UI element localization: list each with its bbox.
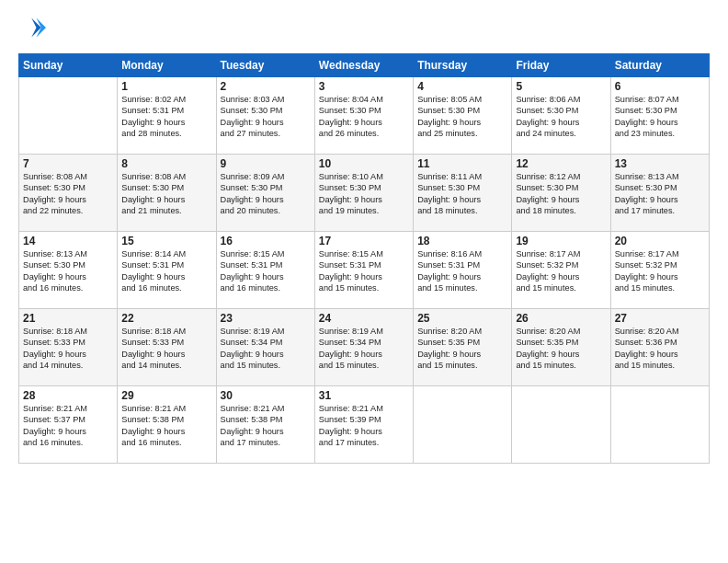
- calendar-week-2: 7Sunrise: 8:08 AM Sunset: 5:30 PM Daylig…: [19, 155, 710, 232]
- calendar-cell: [414, 386, 512, 464]
- day-number: 12: [516, 157, 606, 170]
- day-number: 3: [319, 80, 409, 93]
- calendar-cell: 24Sunrise: 8:19 AM Sunset: 5:34 PM Dayli…: [314, 309, 413, 386]
- day-info: Sunrise: 8:13 AM Sunset: 5:30 PM Dayligh…: [615, 171, 705, 217]
- day-info: Sunrise: 8:03 AM Sunset: 5:30 PM Dayligh…: [221, 94, 311, 140]
- day-number: 25: [417, 312, 507, 325]
- calendar-cell: 3Sunrise: 8:04 AM Sunset: 5:30 PM Daylig…: [314, 77, 413, 155]
- day-info: Sunrise: 8:08 AM Sunset: 5:30 PM Dayligh…: [121, 171, 211, 217]
- day-number: 2: [221, 80, 311, 93]
- header: [18, 15, 710, 44]
- calendar: SundayMondayTuesdayWednesdayThursdayFrid…: [18, 53, 710, 464]
- day-info: Sunrise: 8:12 AM Sunset: 5:30 PM Dayligh…: [516, 171, 606, 217]
- day-number: 22: [121, 312, 211, 325]
- calendar-cell: 20Sunrise: 8:17 AM Sunset: 5:32 PM Dayli…: [610, 232, 709, 309]
- calendar-cell: 18Sunrise: 8:16 AM Sunset: 5:31 PM Dayli…: [414, 232, 512, 309]
- calendar-cell: [512, 386, 610, 464]
- day-number: 10: [319, 157, 409, 170]
- day-number: 6: [615, 80, 705, 93]
- day-number: 30: [221, 389, 311, 402]
- logo: [18, 15, 50, 44]
- day-number: 8: [121, 157, 211, 170]
- day-info: Sunrise: 8:20 AM Sunset: 5:35 PM Dayligh…: [417, 326, 507, 372]
- col-header-monday: Monday: [118, 54, 216, 77]
- day-info: Sunrise: 8:10 AM Sunset: 5:30 PM Dayligh…: [319, 171, 409, 217]
- calendar-cell: 12Sunrise: 8:12 AM Sunset: 5:30 PM Dayli…: [512, 155, 610, 232]
- day-info: Sunrise: 8:02 AM Sunset: 5:31 PM Dayligh…: [121, 94, 211, 140]
- calendar-cell: 2Sunrise: 8:03 AM Sunset: 5:30 PM Daylig…: [216, 77, 314, 155]
- day-info: Sunrise: 8:17 AM Sunset: 5:32 PM Dayligh…: [516, 248, 606, 294]
- calendar-cell: 21Sunrise: 8:18 AM Sunset: 5:33 PM Dayli…: [19, 309, 118, 386]
- calendar-cell: 16Sunrise: 8:15 AM Sunset: 5:31 PM Dayli…: [216, 232, 314, 309]
- page: SundayMondayTuesdayWednesdayThursdayFrid…: [0, 0, 728, 563]
- col-header-sunday: Sunday: [19, 54, 118, 77]
- logo-icon: [20, 15, 46, 40]
- calendar-cell: 19Sunrise: 8:17 AM Sunset: 5:32 PM Dayli…: [512, 232, 610, 309]
- calendar-cell: 22Sunrise: 8:18 AM Sunset: 5:33 PM Dayli…: [118, 309, 216, 386]
- day-number: 14: [23, 235, 113, 247]
- calendar-header-row: SundayMondayTuesdayWednesdayThursdayFrid…: [19, 54, 710, 77]
- day-info: Sunrise: 8:16 AM Sunset: 5:31 PM Dayligh…: [417, 248, 507, 294]
- day-number: 31: [319, 389, 409, 402]
- day-info: Sunrise: 8:18 AM Sunset: 5:33 PM Dayligh…: [121, 326, 211, 372]
- col-header-friday: Friday: [512, 54, 610, 77]
- calendar-cell: [610, 386, 709, 464]
- calendar-cell: 17Sunrise: 8:15 AM Sunset: 5:31 PM Dayli…: [314, 232, 413, 309]
- day-info: Sunrise: 8:07 AM Sunset: 5:30 PM Dayligh…: [615, 94, 705, 140]
- day-info: Sunrise: 8:20 AM Sunset: 5:35 PM Dayligh…: [516, 326, 606, 372]
- svg-marker-1: [31, 18, 41, 38]
- day-number: 18: [417, 235, 507, 247]
- day-number: 13: [615, 157, 705, 170]
- day-info: Sunrise: 8:15 AM Sunset: 5:31 PM Dayligh…: [319, 248, 409, 294]
- calendar-cell: 26Sunrise: 8:20 AM Sunset: 5:35 PM Dayli…: [512, 309, 610, 386]
- calendar-cell: 31Sunrise: 8:21 AM Sunset: 5:39 PM Dayli…: [314, 386, 413, 464]
- calendar-cell: [19, 77, 118, 155]
- day-number: 17: [319, 235, 409, 247]
- calendar-cell: 15Sunrise: 8:14 AM Sunset: 5:31 PM Dayli…: [118, 232, 216, 309]
- day-info: Sunrise: 8:17 AM Sunset: 5:32 PM Dayligh…: [615, 248, 705, 294]
- day-info: Sunrise: 8:21 AM Sunset: 5:38 PM Dayligh…: [221, 403, 311, 449]
- day-number: 20: [615, 235, 705, 247]
- day-info: Sunrise: 8:19 AM Sunset: 5:34 PM Dayligh…: [319, 326, 409, 372]
- calendar-cell: 29Sunrise: 8:21 AM Sunset: 5:38 PM Dayli…: [118, 386, 216, 464]
- day-info: Sunrise: 8:04 AM Sunset: 5:30 PM Dayligh…: [319, 94, 409, 140]
- calendar-cell: 25Sunrise: 8:20 AM Sunset: 5:35 PM Dayli…: [414, 309, 512, 386]
- day-info: Sunrise: 8:13 AM Sunset: 5:30 PM Dayligh…: [23, 248, 113, 294]
- day-info: Sunrise: 8:18 AM Sunset: 5:33 PM Dayligh…: [23, 326, 113, 372]
- day-number: 9: [221, 157, 311, 170]
- calendar-week-5: 28Sunrise: 8:21 AM Sunset: 5:37 PM Dayli…: [19, 386, 710, 464]
- day-info: Sunrise: 8:19 AM Sunset: 5:34 PM Dayligh…: [221, 326, 311, 372]
- day-number: 28: [23, 389, 113, 402]
- calendar-week-1: 1Sunrise: 8:02 AM Sunset: 5:31 PM Daylig…: [19, 77, 710, 155]
- day-number: 15: [121, 235, 211, 247]
- col-header-tuesday: Tuesday: [216, 54, 314, 77]
- day-info: Sunrise: 8:21 AM Sunset: 5:38 PM Dayligh…: [121, 403, 211, 449]
- day-info: Sunrise: 8:21 AM Sunset: 5:39 PM Dayligh…: [319, 403, 409, 449]
- day-number: 5: [516, 80, 606, 93]
- col-header-thursday: Thursday: [414, 54, 512, 77]
- day-number: 29: [121, 389, 211, 402]
- calendar-cell: 5Sunrise: 8:06 AM Sunset: 5:30 PM Daylig…: [512, 77, 610, 155]
- day-info: Sunrise: 8:14 AM Sunset: 5:31 PM Dayligh…: [121, 248, 211, 294]
- day-number: 21: [23, 312, 113, 325]
- day-number: 26: [516, 312, 606, 325]
- day-number: 7: [23, 157, 113, 170]
- calendar-cell: 10Sunrise: 8:10 AM Sunset: 5:30 PM Dayli…: [314, 155, 413, 232]
- calendar-cell: 14Sunrise: 8:13 AM Sunset: 5:30 PM Dayli…: [19, 232, 118, 309]
- calendar-week-3: 14Sunrise: 8:13 AM Sunset: 5:30 PM Dayli…: [19, 232, 710, 309]
- calendar-cell: 9Sunrise: 8:09 AM Sunset: 5:30 PM Daylig…: [216, 155, 314, 232]
- calendar-cell: 28Sunrise: 8:21 AM Sunset: 5:37 PM Dayli…: [19, 386, 118, 464]
- calendar-cell: 30Sunrise: 8:21 AM Sunset: 5:38 PM Dayli…: [216, 386, 314, 464]
- day-info: Sunrise: 8:06 AM Sunset: 5:30 PM Dayligh…: [516, 94, 606, 140]
- calendar-cell: 1Sunrise: 8:02 AM Sunset: 5:31 PM Daylig…: [118, 77, 216, 155]
- calendar-cell: 6Sunrise: 8:07 AM Sunset: 5:30 PM Daylig…: [610, 77, 709, 155]
- day-number: 27: [615, 312, 705, 325]
- day-info: Sunrise: 8:21 AM Sunset: 5:37 PM Dayligh…: [23, 403, 113, 449]
- day-number: 19: [516, 235, 606, 247]
- calendar-cell: 4Sunrise: 8:05 AM Sunset: 5:30 PM Daylig…: [414, 77, 512, 155]
- day-info: Sunrise: 8:15 AM Sunset: 5:31 PM Dayligh…: [221, 248, 311, 294]
- day-info: Sunrise: 8:08 AM Sunset: 5:30 PM Dayligh…: [23, 171, 113, 217]
- day-info: Sunrise: 8:05 AM Sunset: 5:30 PM Dayligh…: [417, 94, 507, 140]
- calendar-week-4: 21Sunrise: 8:18 AM Sunset: 5:33 PM Dayli…: [19, 309, 710, 386]
- calendar-cell: 7Sunrise: 8:08 AM Sunset: 5:30 PM Daylig…: [19, 155, 118, 232]
